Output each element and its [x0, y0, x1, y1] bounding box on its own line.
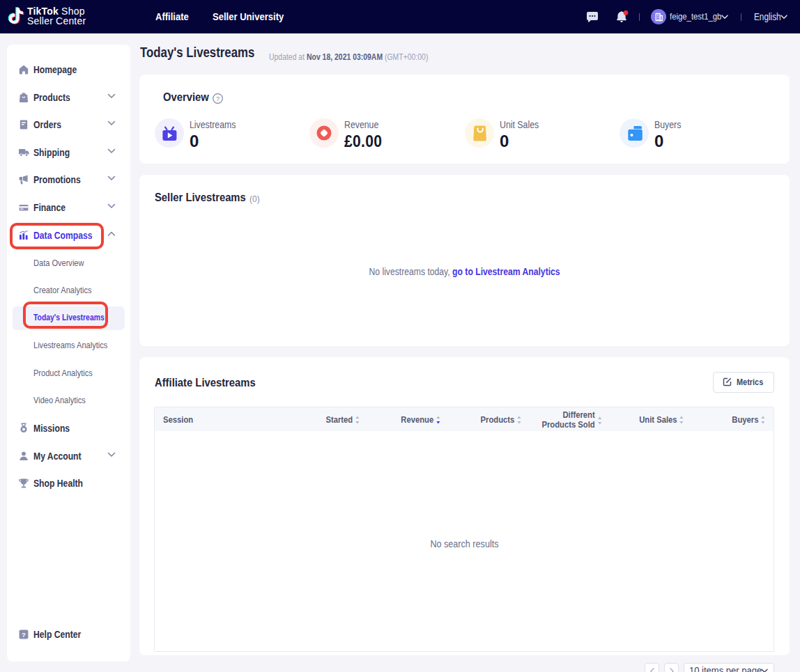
svg-text:?: ? — [22, 631, 26, 639]
svg-text:?: ? — [216, 95, 220, 102]
